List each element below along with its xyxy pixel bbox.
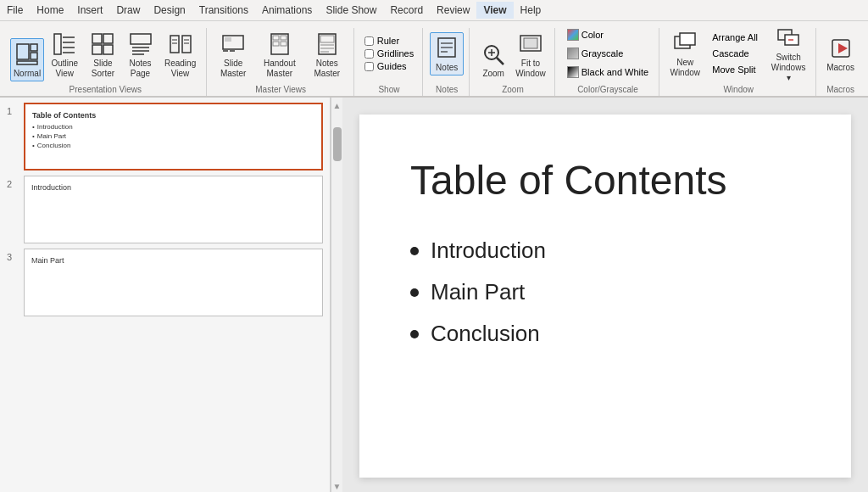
zoom-buttons: Zoom Fit to Window	[476, 28, 549, 81]
slide-item-1[interactable]: 1 Table of Contents •Introduction •Main …	[7, 103, 323, 171]
black-white-button[interactable]: Black and White	[562, 64, 654, 81]
svg-rect-10	[103, 34, 113, 43]
slide-sorter-button[interactable]: Slide Sorter	[85, 28, 120, 81]
menu-bar: File Home Insert Draw Design Transitions…	[0, 0, 868, 21]
color-buttons: Color Grayscale Black and White	[562, 28, 654, 79]
bullet-dot-2	[410, 288, 419, 297]
ribbon-group-master-views: Slide Master Handout Master Notes Master…	[209, 28, 354, 96]
svg-rect-48	[680, 33, 695, 45]
slide-thumb-2[interactable]: Introduction	[24, 176, 323, 243]
reading-view-button[interactable]: Reading View	[160, 28, 201, 81]
slide-thumb-1[interactable]: Table of Contents •Introduction •Main Pa…	[24, 103, 323, 171]
notes-master-button[interactable]: Notes Master	[306, 28, 348, 81]
svg-marker-53	[838, 43, 848, 53]
fit-window-icon	[517, 31, 544, 58]
grayscale-label: Grayscale	[581, 48, 624, 59]
notes-icon	[433, 35, 460, 62]
menu-help[interactable]: Help	[514, 2, 548, 19]
ribbon-group-zoom: Zoom Fit to Window Zoom	[471, 28, 555, 96]
macros-button[interactable]: Macros	[823, 32, 858, 75]
handout-master-label: Handout Master	[259, 59, 301, 79]
main-slide-bullet-3-text: Conclusion	[431, 321, 540, 347]
color-button[interactable]: Color	[562, 26, 654, 43]
zoom-label: Zoom	[482, 69, 504, 79]
svg-rect-24	[225, 37, 231, 42]
slide-master-button[interactable]: Slide Master	[214, 28, 253, 81]
handout-master-button[interactable]: Handout Master	[255, 28, 304, 81]
slide-1-bullet-1: •Introduction	[32, 123, 314, 131]
bullet-dot-3	[410, 330, 419, 338]
fit-window-button[interactable]: Fit to Window	[512, 28, 549, 81]
svg-rect-13	[131, 34, 151, 44]
ruler-checkbox-input[interactable]	[364, 36, 374, 46]
ruler-checkbox[interactable]: Ruler	[364, 36, 414, 46]
zoom-button[interactable]: Zoom	[476, 38, 510, 81]
new-window-label: New Window	[670, 58, 700, 78]
gridlines-checkbox[interactable]: Gridlines	[364, 48, 414, 59]
menu-draw[interactable]: Draw	[109, 2, 147, 19]
color-label: Color	[581, 30, 604, 40]
gridlines-checkbox-input[interactable]	[364, 49, 374, 59]
ribbon-group-macros: Macros Macros	[818, 28, 863, 96]
notes-button[interactable]: Notes	[430, 32, 464, 75]
svg-rect-18	[182, 36, 191, 53]
normal-view-button[interactable]: Normal	[10, 38, 44, 81]
outline-view-button[interactable]: Outline View	[46, 28, 83, 81]
master-views-buttons: Slide Master Handout Master Notes Master	[214, 28, 348, 81]
notes-page-button[interactable]: Notes Page	[122, 28, 158, 81]
switch-windows-button[interactable]: Switch Windows ▾	[766, 22, 810, 86]
menu-review[interactable]: Review	[430, 2, 476, 19]
menu-design[interactable]: Design	[147, 2, 192, 19]
grayscale-button[interactable]: Grayscale	[562, 45, 654, 62]
slide-number-2: 2	[7, 179, 17, 189]
normal-view-label: Normal	[14, 69, 41, 79]
menu-home[interactable]: Home	[30, 2, 70, 19]
menu-insert[interactable]: Insert	[70, 2, 109, 19]
slide-1-bullet-3-text: Conclusion	[37, 142, 71, 149]
show-checkboxes: Ruler Gridlines Guides	[361, 28, 417, 79]
new-window-button[interactable]: New Window	[666, 27, 704, 81]
scroll-area[interactable]: ▲ ▼	[331, 98, 342, 492]
menu-animations[interactable]: Animations	[255, 2, 319, 19]
macros-icon	[827, 35, 854, 62]
slide-item-3[interactable]: 3 Main Part	[7, 249, 323, 316]
macros-title: Macros	[826, 85, 854, 94]
color-grayscale-title: Color/Grayscale	[577, 85, 638, 94]
menu-record[interactable]: Record	[383, 2, 430, 19]
menu-slideshow[interactable]: Slide Show	[319, 2, 383, 19]
guides-checkbox[interactable]: Guides	[364, 61, 414, 71]
window-title: Window	[723, 85, 754, 94]
handout-master-icon	[266, 31, 293, 58]
notes-title: Notes	[436, 85, 458, 94]
svg-rect-2	[31, 53, 37, 59]
slide-panel[interactable]: 1 Table of Contents •Introduction •Main …	[0, 98, 331, 492]
svg-rect-27	[271, 34, 288, 54]
slide-master-label: Slide Master	[217, 59, 250, 79]
notes-master-label: Notes Master	[309, 59, 345, 79]
move-split-label: Move Split	[712, 64, 755, 75]
cascade-button[interactable]: Cascade	[707, 46, 763, 61]
main-area: 1 Table of Contents •Introduction •Main …	[0, 98, 868, 492]
notes-page-icon	[127, 31, 154, 58]
move-split-button[interactable]: Move Split	[707, 62, 763, 77]
slide-number-3: 3	[7, 252, 17, 262]
guides-label: Guides	[377, 61, 407, 71]
svg-rect-31	[281, 42, 287, 46]
svg-rect-46	[524, 38, 537, 48]
slide-item-2[interactable]: 2 Introduction	[7, 176, 323, 243]
black-white-swatch	[567, 66, 579, 78]
menu-transitions[interactable]: Transitions	[192, 2, 255, 19]
svg-rect-3	[17, 61, 37, 64]
color-swatch	[567, 29, 579, 41]
menu-file[interactable]: File	[0, 2, 30, 19]
guides-checkbox-input[interactable]	[364, 62, 374, 71]
arrange-all-button[interactable]: Arrange All	[707, 30, 763, 45]
menu-view[interactable]: View	[476, 2, 513, 19]
reading-view-icon	[167, 31, 194, 58]
slide-thumb-3[interactable]: Main Part	[24, 249, 323, 316]
scroll-thumb[interactable]	[333, 127, 342, 161]
cascade-label: Cascade	[712, 48, 748, 59]
main-slide[interactable]: Table of Contents Introduction Main Part…	[359, 115, 851, 478]
switch-windows-label: Switch Windows ▾	[770, 53, 807, 83]
arrange-all-label: Arrange All	[712, 32, 758, 42]
